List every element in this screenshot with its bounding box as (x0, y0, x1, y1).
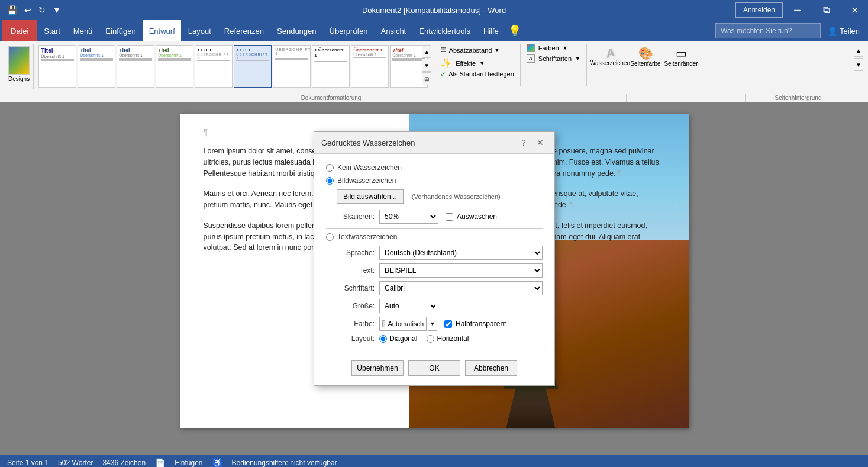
style-thumb-2[interactable]: Titel Überschrift 1 (78, 45, 115, 88)
ribbon-label-designs (5, 94, 36, 102)
standard-label[interactable]: Als Standard festlegen (448, 70, 514, 78)
style-thumb-5[interactable]: TITEL ÜBERSCHRIFT 1 (195, 45, 233, 88)
style-thumb-9[interactable]: Überschrift 1 Überschrift 1 (351, 45, 389, 88)
status-bar: Seite 1 von 1 502 Wörter 3436 Zeichen 📄 … (0, 455, 868, 467)
ribbon-label-dokformat: Dokumentformatierung (36, 94, 627, 102)
menu-ansicht[interactable]: Ansicht (375, 20, 412, 41)
status-seite: Seite 1 von 1 (7, 459, 49, 467)
bild-radio[interactable] (326, 177, 334, 185)
diagonal-label[interactable]: Diagonal (389, 334, 417, 343)
ok-button[interactable]: OK (408, 360, 460, 376)
menu-start[interactable]: Start (38, 20, 66, 41)
style-thumb-6[interactable]: TITEL ÜBERSCHRIFT 1 (234, 45, 272, 88)
kein-label[interactable]: Kein Wasserzeichen (337, 163, 402, 172)
menu-entwurf[interactable]: Entwurf (143, 20, 181, 41)
text-radio[interactable] (326, 233, 334, 241)
absatz-dropdown-arrow[interactable]: ▼ (494, 47, 499, 53)
auswaschen-row: Auswaschen (446, 212, 497, 221)
status-woerter: 502 Wörter (58, 459, 93, 467)
horizontal-label[interactable]: Horizontal (437, 334, 469, 343)
halbtransparent-label[interactable]: Halbtransparent (456, 320, 506, 328)
menu-sendungen[interactable]: Sendungen (271, 20, 322, 41)
farbe-value: Automatisch (388, 320, 424, 327)
search-input[interactable] (721, 27, 815, 35)
seitenraender-label: Seitenränder (664, 60, 698, 67)
menu-referenzen[interactable]: Referenzen (218, 20, 270, 41)
restore-button[interactable]: ⧉ (812, 0, 840, 20)
share-icon: 👤 (828, 27, 837, 36)
farben-swatch (527, 44, 535, 52)
minimize-button[interactable]: ─ (784, 0, 811, 20)
ribbon-scroll-down[interactable]: ▼ (854, 58, 863, 71)
text-label: Text: (337, 266, 379, 275)
menu-layout[interactable]: Layout (182, 20, 217, 41)
redo-icon[interactable]: ↻ (36, 4, 48, 16)
horizontal-radio[interactable] (427, 335, 434, 343)
menu-ueberpruefen[interactable]: Überprüfen (324, 20, 374, 41)
title-bar-controls: Anmelden ─ ⧉ ✕ (735, 0, 868, 20)
farbe-dropdown-btn[interactable]: ▼ (428, 317, 437, 331)
effekte-dropdown[interactable]: ▼ (479, 60, 485, 66)
auswaschen-checkbox[interactable] (446, 213, 453, 221)
teilen-button[interactable]: 👤 Teilen (822, 24, 866, 38)
menu-file[interactable]: Datei (2, 20, 37, 41)
style-thumb-4[interactable]: Titel Überschrift 1 (156, 45, 193, 88)
close-button[interactable]: ✕ (841, 0, 868, 20)
ribbon-scroll-up[interactable]: ▲ (854, 44, 863, 57)
text-section-label[interactable]: Textwasserzeichen (337, 233, 397, 241)
bild-auswaehlen-button[interactable]: Bild auswählen... (337, 189, 404, 204)
dialog-content: Kein Wasserzeichen Bildwasserzeichen Bil… (314, 154, 554, 356)
style-thumb-7[interactable]: ÜBERSCHRIFT 1 (273, 45, 311, 88)
style-thumb-8[interactable]: 1 Überschrift 1 (312, 45, 350, 88)
dialog-divider (326, 228, 543, 229)
seitenfarbe-button[interactable]: 🎨 Seitenfarbe (628, 44, 663, 69)
ribbon-label-seitenhint: Seitenhintergrund (745, 94, 851, 102)
seitenraender-icon: ▭ (676, 46, 687, 60)
effekte-label[interactable]: Effekte (456, 60, 476, 67)
text-select[interactable]: BEISPIEL VERTRAULICH ENTWURF (379, 263, 543, 278)
schriftarten-arrow[interactable]: ▼ (575, 56, 580, 62)
status-bedienung: Bedienungshilfen: nicht verfügbar (232, 459, 337, 467)
farben-row[interactable]: Farben ▼ (527, 44, 580, 52)
dialog-help-button[interactable]: ? (517, 137, 531, 149)
farben-arrow[interactable]: ▼ (563, 45, 568, 51)
farbe-color-btn[interactable]: Automatisch (379, 317, 427, 331)
ribbon-labels-row: Dokumentformatierung Seitenhintergrund (5, 94, 863, 102)
save-icon[interactable]: 💾 (5, 4, 20, 16)
style-thumb-1[interactable]: Titel Überschrift 1 (38, 45, 76, 88)
groesse-select[interactable]: Auto 101214182436 (379, 299, 438, 313)
style-scroll-up[interactable]: ▲ (422, 45, 431, 58)
menu-entwicklertools[interactable]: Entwicklertools (413, 20, 476, 41)
style-thumb-3[interactable]: Titel Überschrift 1 (117, 45, 154, 88)
schriftart-select[interactable]: Calibri Arial Times New Roman (379, 281, 543, 295)
undo-icon[interactable]: ↩ (22, 4, 34, 16)
menu-hilfe[interactable]: Hilfe (477, 20, 505, 41)
text-wasserzeichen-row: Textwasserzeichen (326, 233, 543, 241)
diagonal-radio[interactable] (379, 335, 387, 343)
watermark-dialog: Gedrucktes Wasserzeichen ? ✕ Kein Wasser… (314, 131, 555, 386)
absatz-label: Absatzabstand (449, 47, 492, 54)
uebernehmen-button[interactable]: Übernehmen (351, 360, 404, 376)
ribbon-separator-2 (520, 44, 521, 86)
menu-einfuegen[interactable]: Einfügen (99, 20, 141, 41)
customize-icon[interactable]: ▼ (50, 4, 63, 16)
status-einfuegen[interactable]: Einfügen (175, 459, 202, 467)
auswaschen-label[interactable]: Auswaschen (457, 212, 497, 221)
bild-label[interactable]: Bildwasserzeichen (337, 176, 396, 185)
wasserzeichen-button[interactable]: A Wasserzeichen (593, 44, 627, 69)
skalieren-select[interactable]: 50% 25% 100% 150% 200% (379, 210, 438, 224)
style-scroll-more[interactable]: ⊞ (422, 72, 431, 85)
sprache-select[interactable]: Deutsch (Deutschland) Englisch Französis… (379, 246, 543, 260)
menu-menue[interactable]: Menü (67, 20, 99, 41)
abbrechen-button[interactable]: Abbrechen (465, 360, 517, 376)
schriftarten-row[interactable]: A Schriftarten ▼ (527, 54, 580, 63)
seitenraender-button[interactable]: ▭ Seitenränder (664, 44, 698, 69)
kein-radio[interactable] (326, 164, 334, 172)
halbtransparent-checkbox[interactable] (444, 320, 452, 328)
dialog-close-button[interactable]: ✕ (533, 137, 547, 149)
anmelden-button[interactable]: Anmelden (735, 2, 783, 18)
text-row: Text: BEISPIEL VERTRAULICH ENTWURF (337, 263, 543, 278)
menu-search[interactable] (715, 23, 821, 38)
style-scroll-down[interactable]: ▼ (422, 59, 431, 72)
designs-button[interactable]: Designs (8, 46, 30, 82)
